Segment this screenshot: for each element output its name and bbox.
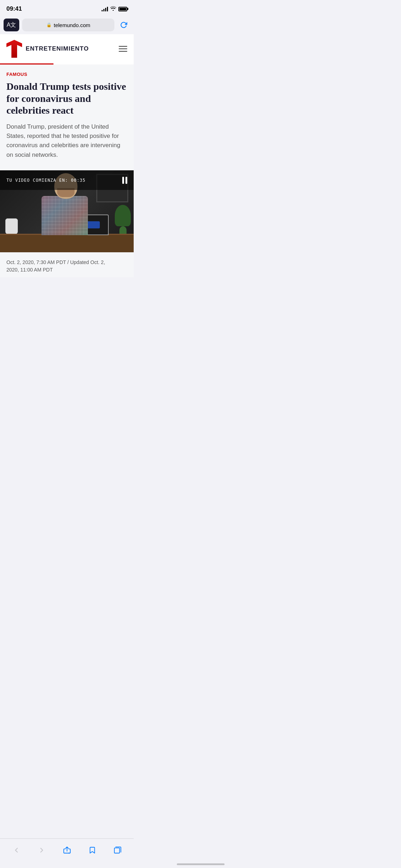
article-description: Donald Trump, president of the United St… bbox=[6, 122, 127, 160]
video-plant-icon bbox=[115, 205, 131, 235]
video-countdown: TU VIDEO COMIENZA EN: 00:35 bbox=[6, 178, 86, 183]
article-category: FAMOUS bbox=[6, 72, 127, 77]
site-header: ENTRETENIMIENTO bbox=[0, 34, 134, 63]
article-title: Donald Trump tests positive for coronavi… bbox=[6, 81, 127, 117]
refresh-button[interactable] bbox=[117, 19, 130, 31]
signal-bars-icon bbox=[102, 6, 108, 11]
article-section: FAMOUS Donald Trump tests positive for c… bbox=[0, 64, 134, 170]
url-bar[interactable]: 🔒 telemundo.com bbox=[22, 19, 114, 31]
pause-bar-right bbox=[125, 177, 127, 184]
article-date-section: Oct. 2, 2020, 7:30 AM PDT / Updated Oct.… bbox=[0, 252, 134, 277]
article-date-text: Oct. 2, 2020, 7:30 AM PDT / Updated Oct.… bbox=[6, 259, 105, 265]
browser-bar: A文 🔒 telemundo.com bbox=[0, 16, 134, 34]
hamburger-line-1 bbox=[119, 46, 127, 47]
hamburger-line-3 bbox=[119, 51, 127, 52]
translate-button[interactable]: A文 bbox=[4, 19, 19, 31]
status-time: 09:41 bbox=[6, 5, 22, 12]
article-date-second-line: 2020, 11:00 AM PDT bbox=[6, 267, 53, 273]
hamburger-line-2 bbox=[119, 48, 127, 49]
video-desk bbox=[0, 234, 134, 252]
video-player[interactable]: TU VIDEO COMIENZA EN: 00:35 bbox=[0, 170, 134, 252]
url-text: telemundo.com bbox=[54, 22, 91, 28]
pause-bar-left bbox=[122, 177, 124, 184]
telemundo-logo-icon bbox=[6, 40, 22, 58]
status-bar: 09:41 bbox=[0, 0, 134, 16]
hamburger-menu-button[interactable] bbox=[119, 46, 127, 52]
page-content: ENTRETENIMIENTO FAMOUS Donald Trump test… bbox=[0, 34, 134, 277]
battery-icon bbox=[118, 7, 127, 11]
lock-icon: 🔒 bbox=[46, 22, 52, 27]
translate-icon: A文 bbox=[7, 21, 16, 29]
article-date: Oct. 2, 2020, 7:30 AM PDT / Updated Oct.… bbox=[6, 259, 127, 274]
video-pause-button[interactable] bbox=[122, 177, 127, 184]
status-icons bbox=[102, 6, 127, 12]
video-kettle-icon bbox=[5, 218, 18, 234]
video-overlay[interactable]: TU VIDEO COMIENZA EN: 00:35 bbox=[0, 170, 134, 190]
site-name: ENTRETENIMIENTO bbox=[26, 45, 89, 52]
wifi-icon bbox=[110, 6, 116, 12]
refresh-icon bbox=[120, 21, 127, 29]
video-person-body bbox=[41, 196, 88, 235]
site-logo: ENTRETENIMIENTO bbox=[6, 40, 89, 58]
